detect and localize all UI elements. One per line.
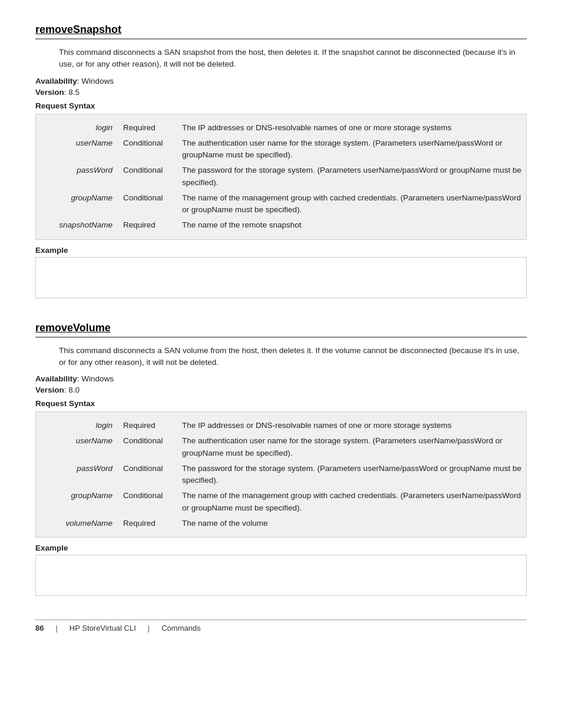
main-content: removeSnapshotThis command disconnects a… [35, 24, 527, 596]
removeVolume-version: Version: 8.0 [35, 386, 527, 394]
param-name: login [36, 418, 118, 433]
table-row: groupNameConditionalThe name of the mana… [36, 488, 526, 516]
param-description: The password for the storage system. (Pa… [177, 163, 526, 190]
removeSnapshot-availability: Availability: Windows [35, 77, 527, 85]
table-row: snapshotNameRequiredThe name of the remo… [36, 218, 526, 233]
removeSnapshot-syntax-label: Request Syntax [35, 101, 527, 110]
param-name: groupName [36, 190, 118, 218]
removeVolume-availability: Availability: Windows [35, 374, 527, 383]
param-name: passWord [36, 163, 118, 190]
table-row: loginRequiredThe IP addresses or DNS-res… [36, 418, 526, 433]
removeSnapshot-version-label: Version [35, 88, 64, 97]
removeVolume-syntax-label: Request Syntax [35, 399, 527, 408]
removeSnapshot-availability-label: Availability [35, 77, 77, 85]
section-removeVolume: removeVolumeThis command disconnects a S… [35, 322, 527, 597]
removeSnapshot-syntax-table-wrapper: loginRequiredThe IP addresses or DNS-res… [35, 114, 527, 240]
param-requirement: Required [118, 516, 177, 531]
param-requirement: Conditional [118, 461, 177, 489]
removeSnapshot-syntax-table: loginRequiredThe IP addresses or DNS-res… [36, 120, 526, 233]
param-name: snapshotName [36, 218, 118, 233]
param-name: userName [36, 136, 118, 163]
footer-sep2: | [148, 624, 150, 633]
param-requirement: Conditional [118, 433, 177, 461]
footer: 86 | HP StoreVirtual CLI | Commands [35, 620, 527, 633]
removeVolume-syntax-table-wrapper: loginRequiredThe IP addresses or DNS-res… [35, 411, 527, 538]
table-row: passWordConditionalThe password for the … [36, 163, 526, 190]
table-row: passWordConditionalThe password for the … [36, 461, 526, 489]
section-removeSnapshot: removeSnapshotThis command disconnects a… [35, 24, 527, 298]
param-description: The password for the storage system. (Pa… [177, 461, 526, 489]
table-row: groupNameConditionalThe name of the mana… [36, 190, 526, 218]
removeSnapshot-example-label: Example [35, 246, 527, 255]
param-name: volumeName [36, 516, 118, 531]
removeSnapshot-version: Version: 8.5 [35, 88, 527, 97]
param-requirement: Conditional [118, 163, 177, 190]
removeVolume-example-label: Example [35, 543, 527, 552]
removeVolume-description: This command disconnects a SAN volume fr… [59, 345, 527, 369]
param-description: The IP addresses or DNS-resolvable names… [177, 120, 526, 136]
param-description: The name of the volume [177, 516, 526, 531]
removeSnapshot-version-value: 8.5 [68, 88, 80, 97]
removeSnapshot-description: This command disconnects a SAN snapshot … [59, 47, 527, 71]
param-name: login [36, 120, 118, 136]
param-description: The authentication user name for the sto… [177, 433, 526, 461]
removeVolume-version-value: 8.0 [68, 386, 80, 394]
param-description: The name of the management group with ca… [177, 488, 526, 516]
param-requirement: Conditional [118, 190, 177, 218]
param-name: groupName [36, 488, 118, 516]
param-name: passWord [36, 461, 118, 489]
param-description: The authentication user name for the sto… [177, 136, 526, 163]
table-row: volumeNameRequiredThe name of the volume [36, 516, 526, 531]
param-requirement: Required [118, 120, 177, 136]
param-description: The name of the management group with ca… [177, 190, 526, 218]
param-description: The IP addresses or DNS-resolvable names… [177, 418, 526, 433]
removeVolume-title: removeVolume [35, 322, 527, 338]
removeSnapshot-title: removeSnapshot [35, 24, 527, 39]
removeVolume-example-box [35, 555, 527, 596]
removeVolume-version-label: Version [35, 386, 64, 394]
table-row: userNameConditionalThe authentication us… [36, 136, 526, 163]
removeVolume-availability-label: Availability [35, 374, 77, 383]
table-row: userNameConditionalThe authentication us… [36, 433, 526, 461]
footer-product: HP StoreVirtual CLI [70, 624, 136, 633]
param-description: The name of the remote snapshot [177, 218, 526, 233]
removeVolume-availability-value: Windows [81, 374, 114, 383]
removeSnapshot-availability-value: Windows [81, 77, 114, 85]
removeVolume-syntax-table: loginRequiredThe IP addresses or DNS-res… [36, 418, 526, 531]
footer-page: 86 [35, 624, 44, 633]
removeSnapshot-example-box [35, 257, 527, 298]
param-requirement: Conditional [118, 136, 177, 163]
param-requirement: Required [118, 418, 177, 433]
param-requirement: Conditional [118, 488, 177, 516]
footer-section: Commands [161, 624, 200, 633]
table-row: loginRequiredThe IP addresses or DNS-res… [36, 120, 526, 136]
param-requirement: Required [118, 218, 177, 233]
footer-sep1: | [55, 624, 57, 633]
param-name: userName [36, 433, 118, 461]
